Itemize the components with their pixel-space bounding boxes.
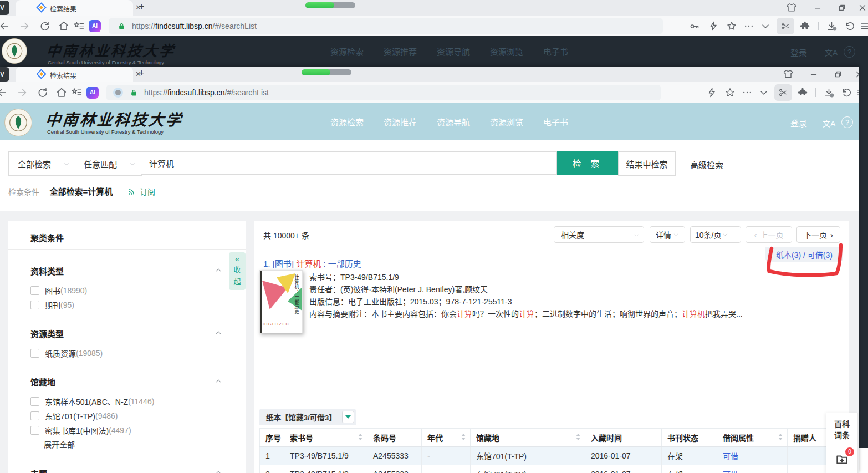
match-mode-select[interactable]: 任意匹配 — [75, 151, 142, 176]
lend-status-link[interactable]: 可借 — [717, 465, 788, 473]
ai-extension-icon[interactable]: AI — [86, 87, 99, 99]
menu-hamburger-icon[interactable] — [860, 21, 868, 32]
checkbox[interactable] — [30, 411, 39, 420]
fg-window-tab[interactable]: 检索结果 ✕ — [16, 67, 133, 82]
back-icon[interactable] — [0, 20, 10, 32]
download-icon[interactable] — [823, 87, 835, 99]
page-size-select[interactable]: 10条/页 — [690, 226, 741, 243]
shirt-icon[interactable] — [786, 2, 797, 13]
ai-extension-icon[interactable]: AI — [89, 20, 101, 32]
download-icon[interactable] — [826, 21, 838, 32]
expand-all-link[interactable]: 展开全部 — [44, 438, 223, 452]
new-tab-button[interactable]: + — [139, 68, 145, 79]
bookmarks-bar-icon[interactable] — [73, 21, 85, 32]
bg-translate-icon[interactable]: 文A — [825, 47, 838, 58]
search-within-results-button[interactable]: 结果中检索 — [618, 151, 676, 176]
close-button[interactable] — [857, 3, 867, 13]
book-cover[interactable]: 计算机：一部历史 DIGITIZED — [259, 270, 303, 333]
back-icon[interactable] — [0, 87, 8, 99]
widget-label-line1[interactable]: 百科 — [826, 419, 857, 430]
undo-icon[interactable] — [841, 87, 852, 99]
sort-select[interactable]: 相关度 — [554, 226, 644, 243]
bg-login-link[interactable]: 登录 — [790, 47, 807, 58]
extensions-puzzle-icon[interactable] — [799, 21, 810, 32]
password-key-icon[interactable] — [688, 21, 700, 32]
reload-icon[interactable] — [37, 87, 49, 99]
restore-button[interactable] — [837, 3, 847, 13]
bg-window-tab[interactable]: 检索结果 ✕ — [16, 0, 133, 16]
nav-item[interactable]: 资源浏览 — [490, 116, 523, 128]
filter-option[interactable]: 期刊(95) — [30, 298, 223, 312]
lend-status-link[interactable]: 可借 — [717, 447, 788, 465]
search-scope-select[interactable]: 全部检索 — [8, 151, 76, 176]
filter-section-header[interactable]: 主题 — [30, 467, 223, 473]
address-bar[interactable]: https://findcsuft.libsp.cn/#/searchList — [106, 85, 661, 100]
nav-item[interactable]: 资源导航 — [437, 45, 470, 57]
filter-option[interactable]: 东馆样本501(ABC、N-Z(11446) — [30, 394, 223, 409]
nav-item[interactable]: 资源浏览 — [490, 45, 523, 57]
browser-logo-icon[interactable]: V — [0, 1, 9, 15]
nav-item[interactable]: 资源导航 — [437, 116, 470, 128]
filter-section-header[interactable]: 资料类型 — [30, 265, 223, 277]
search-input[interactable] — [141, 151, 557, 175]
checkbox[interactable] — [30, 397, 39, 406]
chevron-down-icon[interactable] — [758, 87, 769, 98]
minimize-button[interactable] — [809, 69, 819, 79]
filter-option[interactable]: 密集书库1(中图法)(4497) — [30, 423, 223, 438]
column-header-借阅属性[interactable]: 借阅属性 — [717, 429, 788, 447]
reload-icon[interactable] — [39, 20, 51, 32]
filter-option[interactable]: 东馆701(T-TP)(9486) — [30, 409, 223, 423]
sort-icon[interactable] — [778, 434, 783, 440]
browser-logo-icon[interactable]: V — [0, 67, 9, 82]
checkbox[interactable] — [30, 349, 39, 358]
menu-hamburger-icon[interactable] — [856, 87, 859, 98]
widget-label-line2[interactable]: 词条 — [826, 430, 857, 441]
nav-item[interactable]: 资源推荐 — [384, 116, 417, 128]
collapse-panel-tab[interactable]: « 收 起 — [229, 252, 246, 290]
search-button[interactable]: 检 索 — [557, 151, 618, 175]
bookmark-star-icon[interactable] — [726, 21, 737, 32]
help-icon[interactable]: ? — [841, 116, 853, 128]
checkbox[interactable] — [30, 286, 39, 295]
sort-icon[interactable] — [358, 434, 362, 440]
forward-icon[interactable] — [17, 87, 29, 99]
restore-button[interactable] — [833, 69, 843, 79]
bookmarks-bar-icon[interactable] — [71, 87, 83, 99]
minimize-button[interactable] — [813, 3, 823, 13]
new-tab-button[interactable]: + — [139, 1, 145, 13]
permission-indicator-icon[interactable] — [115, 90, 121, 95]
lightning-icon[interactable] — [706, 87, 717, 98]
filter-section-header[interactable]: 资源类型 — [30, 328, 223, 339]
next-page-button[interactable]: 下一页› — [796, 226, 840, 243]
chevron-down-icon[interactable] — [760, 21, 771, 32]
prev-page-button[interactable]: ‹上一页 — [746, 226, 792, 243]
filter-option[interactable]: 图书(18990) — [30, 283, 223, 298]
nav-item[interactable]: 资源推荐 — [384, 45, 417, 57]
screenshot-scissors-icon[interactable] — [777, 18, 794, 34]
extensions-puzzle-icon[interactable] — [797, 87, 808, 98]
more-options-icon[interactable] — [742, 87, 753, 98]
close-button[interactable] — [854, 69, 859, 79]
nav-item[interactable]: 电子书 — [543, 45, 568, 57]
nav-item[interactable]: 资源检索 — [330, 116, 364, 128]
column-header-索书号[interactable]: 索书号 — [284, 429, 367, 447]
sort-icon[interactable] — [461, 434, 466, 440]
forward-icon[interactable] — [19, 20, 31, 32]
more-options-icon[interactable] — [743, 21, 754, 32]
holdings-tab[interactable]: 纸本【馆藏3/可借3】 — [259, 409, 356, 425]
filter-section-header[interactable]: 馆藏地 — [30, 376, 223, 388]
holdings-dropdown-button[interactable] — [342, 411, 354, 423]
shirt-icon[interactable] — [783, 68, 794, 79]
undo-icon[interactable] — [844, 21, 856, 32]
checkbox[interactable] — [30, 301, 39, 309]
column-header-年代[interactable]: 年代 — [422, 429, 471, 447]
nav-item[interactable]: 电子书 — [543, 116, 568, 128]
advanced-search-link[interactable]: 高级检索 — [690, 159, 723, 170]
translate-icon[interactable]: 文A — [823, 118, 835, 129]
login-link[interactable]: 登录 — [790, 117, 807, 129]
sort-icon[interactable] — [576, 434, 580, 440]
home-icon[interactable] — [58, 20, 70, 32]
holdings-availability-link[interactable]: 纸本(3) / 可借(3) — [765, 247, 843, 262]
record-title-link[interactable]: 1. [图书] 计算机 : 一部历史 — [263, 257, 361, 269]
nav-item[interactable]: 资源检索 — [330, 45, 364, 57]
